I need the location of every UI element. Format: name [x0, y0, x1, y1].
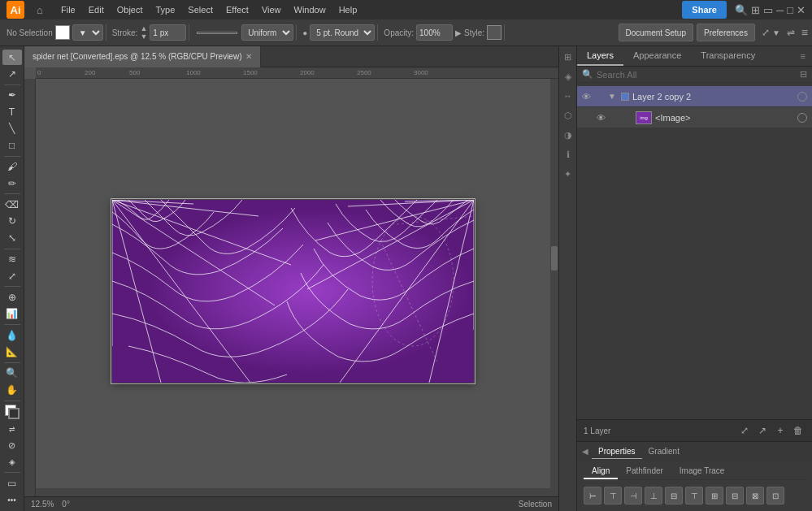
file-tab[interactable]: spider net [Converted].eps @ 12.5 % (RGB…	[24, 46, 261, 67]
layer-target-0[interactable]	[797, 92, 807, 102]
menu-edit[interactable]: Edit	[83, 3, 110, 16]
layer-eye-0[interactable]: 👁	[582, 92, 593, 102]
create-new-layer-btn[interactable]: +	[773, 423, 788, 438]
pencil-tool[interactable]: ✏	[2, 175, 22, 191]
arrange-icons[interactable]: ⤢ ▼	[762, 27, 780, 38]
panel-menu-btn[interactable]: ≡	[794, 48, 812, 64]
menu-window[interactable]: Window	[289, 3, 332, 16]
scale-tool[interactable]: ⤡	[2, 230, 22, 245]
vertical-scroll-thumb[interactable]	[551, 246, 558, 271]
opacity-input[interactable]	[416, 24, 453, 41]
layer-item-1[interactable]: 👁 img <Image>	[577, 107, 812, 128]
color-mode-icon[interactable]: ◈	[2, 454, 22, 470]
tab-appearance[interactable]: Appearance	[623, 46, 691, 66]
prop-tab-pathfinder[interactable]: Pathfinder	[618, 464, 671, 479]
distrib-spacing-v[interactable]: ⊡	[766, 487, 784, 505]
chart-tool[interactable]: 📊	[2, 306, 22, 322]
tab-close-btn[interactable]: ✕	[245, 52, 252, 61]
canvas-scroll-area[interactable]	[36, 79, 550, 503]
eraser-tool[interactable]: ⌫	[2, 197, 22, 212]
prop-tab-imagetrace[interactable]: Image Trace	[671, 464, 733, 479]
stroke-uniform-select[interactable]: Uniform	[241, 24, 293, 41]
direct-selection-tool[interactable]: ↗	[2, 66, 22, 81]
delete-layer-btn[interactable]: 🗑	[791, 423, 805, 438]
horizontal-scrollbar[interactable]	[36, 488, 550, 496]
warp-tool[interactable]: ≋	[2, 251, 22, 266]
preferences-button[interactable]: Preferences	[697, 24, 755, 41]
hand-tool[interactable]: ✋	[2, 382, 22, 397]
prop-tab-align[interactable]: Align	[584, 464, 618, 479]
distrib-spacing-h[interactable]: ⊠	[746, 487, 764, 505]
fill-color-box[interactable]	[55, 25, 70, 40]
navigate-icon[interactable]: ⬡	[561, 108, 575, 123]
align-right[interactable]: ⊣	[624, 487, 642, 505]
align-center-h[interactable]: ⊤	[604, 487, 622, 505]
make-sublayer-btn[interactable]: ⤢	[737, 423, 752, 438]
share-button[interactable]: Share	[682, 1, 727, 19]
filter-icon[interactable]: ⊟	[800, 69, 807, 80]
rectangle-tool[interactable]: □	[2, 137, 22, 153]
document-setup-button[interactable]: Document Setup	[619, 24, 694, 41]
info-icon[interactable]: ℹ	[561, 147, 575, 162]
maximize-icon[interactable]: □	[787, 4, 793, 16]
fill-select[interactable]: ▼	[72, 24, 103, 41]
free-transform-tool[interactable]: ⤢	[2, 268, 22, 284]
tab-transparency[interactable]: Transparency	[691, 46, 765, 66]
vertical-scrollbar[interactable]	[550, 79, 558, 496]
properties-icon[interactable]: ◈	[561, 69, 575, 84]
layer-eye-1[interactable]: 👁	[597, 113, 608, 123]
swap-colors-icon[interactable]: ⇌	[2, 421, 22, 436]
distrib-v[interactable]: ⊟	[726, 487, 744, 505]
color-boxes[interactable]	[5, 405, 20, 417]
layer-target-1[interactable]	[797, 113, 807, 123]
stroke-color[interactable]	[8, 408, 20, 419]
menu-object[interactable]: Object	[111, 3, 149, 16]
stroke-weight-input[interactable]	[150, 24, 186, 41]
layers-search-input[interactable]	[597, 70, 797, 80]
menu-select[interactable]: Select	[182, 3, 219, 16]
more-tools[interactable]: •••	[2, 492, 22, 508]
stroke-arrows-up[interactable]: ▲▼	[140, 24, 147, 41]
gradient-icon[interactable]: ◑	[561, 128, 575, 142]
bottom-tab-properties[interactable]: Properties	[592, 444, 642, 459]
distrib-h[interactable]: ⊞	[706, 487, 723, 505]
paintbrush-tool[interactable]: 🖌	[2, 158, 22, 174]
plugin-icon[interactable]: ✦	[561, 167, 575, 181]
layer-expand-0[interactable]: ▼	[608, 92, 618, 101]
transform-icon[interactable]: ↔	[561, 89, 575, 103]
create-new-sublayer-btn[interactable]: ↗	[755, 423, 770, 438]
align-center-v[interactable]: ⊟	[665, 487, 683, 505]
transform-icons[interactable]: ⇌	[787, 27, 795, 38]
grid-icon[interactable]: ⊞	[751, 4, 760, 16]
style-color-box[interactable]	[487, 25, 502, 40]
menu-effect[interactable]: Effect	[220, 3, 254, 16]
panel-menu-icon[interactable]: ≡	[801, 26, 808, 39]
zoom-tool[interactable]: 🔍	[2, 366, 22, 381]
eyedropper-tool[interactable]: 💧	[2, 327, 22, 343]
artboard-tool[interactable]: ▭	[2, 475, 22, 491]
selection-tool[interactable]: ↖	[2, 50, 22, 65]
none-color-icon[interactable]: ⊘	[2, 437, 22, 453]
home-icon[interactable]: ⌂	[31, 1, 49, 19]
layers-icon[interactable]: ⊞	[561, 50, 575, 64]
bottom-tab-gradient[interactable]: Gradient	[642, 444, 686, 458]
bottom-tab-arrow[interactable]: ◀	[582, 447, 588, 456]
align-left[interactable]: ⊢	[584, 487, 601, 505]
align-top[interactable]: ⊥	[645, 487, 662, 505]
menu-type[interactable]: Type	[150, 3, 181, 16]
round-select[interactable]: 5 pt. Round	[310, 24, 375, 41]
line-tool[interactable]: ╲	[2, 121, 22, 136]
layout-icon[interactable]: ▭	[763, 4, 773, 16]
close-icon[interactable]: ✕	[797, 4, 805, 16]
rotate-tool[interactable]: ↻	[2, 214, 22, 229]
menu-view[interactable]: View	[256, 3, 287, 16]
layer-item-0[interactable]: 👁 ▼ Layer 2 copy 2	[577, 86, 812, 107]
menu-file[interactable]: File	[55, 3, 81, 16]
menu-help[interactable]: Help	[333, 3, 363, 16]
align-bottom[interactable]: ⊤	[685, 487, 703, 505]
tab-layers[interactable]: Layers	[577, 46, 623, 66]
type-tool[interactable]: T	[2, 104, 22, 119]
pen-tool[interactable]: ✒	[2, 88, 22, 103]
minimize-icon[interactable]: ─	[776, 4, 784, 16]
search-icon[interactable]: 🔍	[735, 4, 748, 16]
